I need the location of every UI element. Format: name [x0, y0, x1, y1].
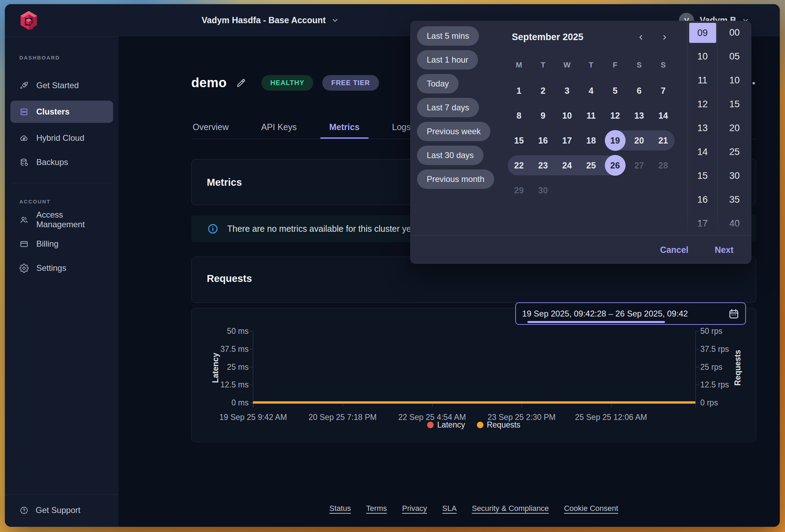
calendar-day-12[interactable]: 12 [603, 103, 627, 128]
footer-link-sla[interactable]: SLA [442, 504, 457, 513]
info-banner-text: There are no metrics available for this … [227, 224, 414, 234]
tab-metrics[interactable]: Metrics [328, 115, 361, 139]
calendar-day-26[interactable]: 26 [603, 153, 627, 178]
minute-option-05[interactable]: 05 [718, 45, 751, 68]
hour-option-17[interactable]: 17 [688, 212, 717, 235]
footer-link-cookie-consent[interactable]: Cookie Consent [564, 504, 618, 513]
calendar-day-4[interactable]: 4 [579, 78, 603, 103]
quick-range-previous-month[interactable]: Previous month [417, 169, 494, 189]
footer-link-status[interactable]: Status [329, 504, 351, 513]
calendar-day-15[interactable]: 15 [507, 128, 531, 153]
hour-option-13[interactable]: 13 [688, 116, 717, 140]
chevron-left-icon [637, 34, 645, 41]
legend-item-requests[interactable]: Requests [477, 420, 520, 430]
tab-logs[interactable]: Logs [391, 115, 412, 139]
hour-option-16[interactable]: 16 [688, 188, 717, 212]
minute-option-30[interactable]: 30 [718, 164, 751, 188]
popover-divider [687, 21, 688, 235]
calendar-day-17[interactable]: 17 [555, 128, 579, 153]
calendar-day-11[interactable]: 11 [579, 103, 603, 128]
footer-link-terms[interactable]: Terms [366, 504, 387, 513]
cancel-button[interactable]: Cancel [658, 245, 691, 255]
sidebar-item-clusters[interactable]: Clusters [10, 101, 113, 123]
minute-option-40[interactable]: 40 [718, 212, 751, 235]
calendar-day-2[interactable]: 2 [531, 78, 555, 103]
sidebar-item-billing[interactable]: Billing [10, 235, 113, 253]
calendar-day-19[interactable]: 19 [603, 128, 627, 153]
calendar-day-3[interactable]: 3 [555, 78, 579, 103]
series-line-requests [253, 401, 695, 404]
day-number: 22 [514, 160, 524, 171]
left-axis-line [253, 331, 253, 407]
minute-option-10[interactable]: 10 [718, 68, 751, 92]
sidebar-item-get-support[interactable]: Get Support [5, 495, 119, 527]
tab-overview[interactable]: Overview [191, 115, 230, 139]
quick-range-today[interactable]: Today [417, 74, 459, 93]
sidebar-item-access-management[interactable]: Access Management [10, 211, 113, 229]
calendar-day-5[interactable]: 5 [603, 78, 627, 103]
minute-option-35[interactable]: 35 [718, 188, 751, 212]
calendar-day-18[interactable]: 18 [579, 128, 603, 153]
day-number: 25 [586, 160, 596, 171]
minute-option-15[interactable]: 15 [718, 92, 751, 116]
calendar-icon[interactable] [728, 308, 740, 320]
legend-dot-requests [477, 422, 483, 428]
sidebar-item-label: Billing [36, 239, 58, 249]
footer-link-security-compliance[interactable]: Security & Compliance [472, 504, 549, 513]
hour-option-14[interactable]: 14 [688, 140, 717, 164]
sidebar-item-get-started[interactable]: Get Started [10, 76, 113, 94]
quick-range-last-30-days[interactable]: Last 30 days [417, 146, 483, 165]
calendar-day-6[interactable]: 6 [627, 78, 652, 103]
tier-badge: FREE TIER [322, 75, 379, 91]
calendar-day-10[interactable]: 10 [555, 103, 579, 128]
calendar-prev-button[interactable] [633, 30, 648, 45]
calendar-day-8[interactable]: 8 [507, 103, 531, 128]
calendar-day-22[interactable]: 22 [507, 153, 531, 178]
quick-range-last-7-days[interactable]: Last 7 days [417, 98, 479, 117]
minute-option-20[interactable]: 20 [718, 116, 751, 140]
sidebar-item-hybrid-cloud[interactable]: Hybrid Cloud [10, 129, 113, 147]
right-axis-line [695, 331, 696, 407]
hour-option-11[interactable]: 11 [688, 68, 717, 92]
hour-option-09[interactable]: 09 [689, 23, 716, 43]
left-axis-tick [249, 331, 253, 331]
legend-item-latency[interactable]: Latency [427, 420, 465, 430]
calendar-day-24[interactable]: 24 [555, 153, 579, 178]
sidebar-item-settings[interactable]: Settings [10, 259, 113, 277]
sidebar-item-backups[interactable]: Backups [10, 153, 113, 171]
left-axis-tick [249, 403, 253, 403]
hour-option-15[interactable]: 15 [688, 164, 717, 188]
next-button[interactable]: Next [713, 245, 736, 255]
calendar-day-9[interactable]: 9 [531, 103, 555, 128]
date-range-input[interactable]: 19 Sep 2025, 09:42:28 – 26 Sep 2025, 09:… [515, 302, 746, 325]
edit-pencil-icon[interactable] [236, 78, 246, 88]
quick-range-last-5-mins[interactable]: Last 5 mins [417, 26, 479, 46]
calendar-day-25[interactable]: 25 [579, 153, 603, 178]
account-switcher[interactable]: Vadym Hasdfa - Base Account [202, 4, 339, 36]
quick-range-previous-week[interactable]: Previous week [417, 122, 490, 141]
weekday-label: W [555, 57, 579, 73]
minute-option-25[interactable]: 25 [718, 140, 751, 164]
chevron-down-icon [331, 17, 339, 24]
sidebar-item-label: Settings [36, 263, 66, 273]
hour-option-12[interactable]: 12 [688, 92, 717, 116]
calendar-day-16[interactable]: 16 [531, 128, 555, 153]
footer-link-privacy[interactable]: Privacy [402, 504, 427, 513]
minute-option-00[interactable]: 00 [718, 21, 751, 45]
right-axis-tick [695, 349, 699, 349]
quick-range-last-1-hour[interactable]: Last 1 hour [417, 50, 478, 70]
qdrant-logo-icon[interactable] [19, 10, 39, 30]
calendar-day-1[interactable]: 1 [507, 78, 531, 103]
calendar-day-7[interactable]: 7 [651, 78, 675, 103]
hour-option-10[interactable]: 10 [688, 45, 717, 68]
calendar-day-21[interactable]: 21 [651, 128, 675, 153]
calendar-day-13[interactable]: 13 [627, 103, 652, 128]
calendar-next-button[interactable] [657, 30, 672, 45]
calendar-day-14[interactable]: 14 [651, 103, 675, 128]
servers-icon [19, 107, 29, 117]
calendar-day-20[interactable]: 20 [627, 128, 652, 153]
calendar-day-23[interactable]: 23 [531, 153, 555, 178]
tab-api-keys[interactable]: API Keys [260, 115, 298, 139]
more-menu-icon[interactable] [752, 82, 755, 84]
day-number: 7 [661, 86, 666, 96]
